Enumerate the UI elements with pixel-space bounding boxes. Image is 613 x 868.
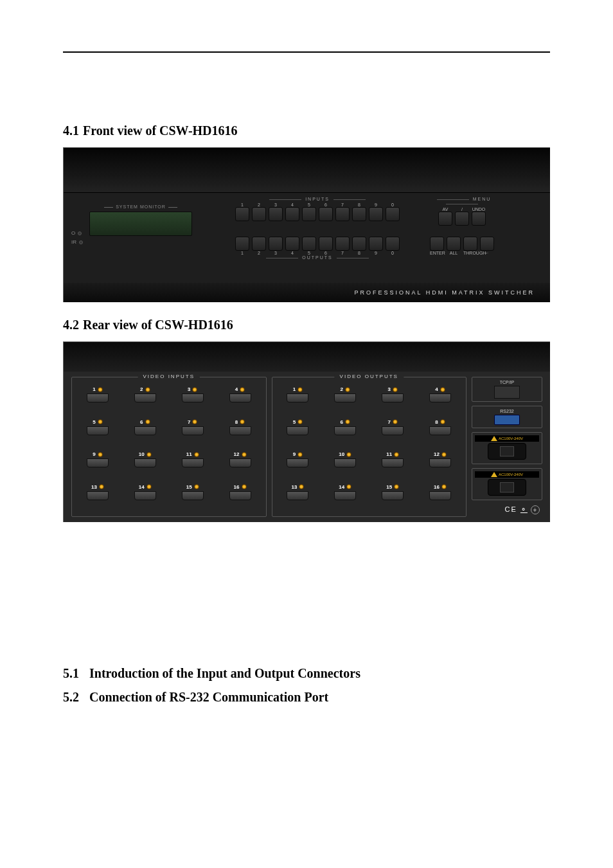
key-label: / (455, 207, 469, 212)
video-outputs-panel: VIDEO OUTPUTS 12345678910111213141516 (272, 377, 467, 517)
keypad-button[interactable] (252, 237, 266, 251)
tcpip-port-icon (494, 386, 520, 399)
front-footer-text: PROFESSIONAL HDMI MATRIX SWITCHER (64, 283, 550, 302)
port-led-icon (298, 419, 303, 424)
key-label: 5 (302, 251, 316, 255)
port-led-icon (98, 419, 103, 424)
menu-section-bottom: ENTERALLTHROUGH← (423, 237, 501, 255)
keypad-button[interactable] (447, 237, 461, 251)
keypad-button[interactable] (285, 207, 299, 221)
hdmi-port: 16 (421, 484, 459, 513)
hdmi-connector-icon (429, 491, 451, 500)
ac-plug-icon (488, 479, 526, 496)
keypad-button[interactable] (302, 237, 316, 251)
port-number: 9 (293, 451, 296, 457)
hdmi-port: 7 (373, 419, 412, 448)
keypad-button[interactable] (386, 207, 400, 221)
keypad-button[interactable] (335, 237, 350, 251)
hdmi-connector-icon (134, 458, 156, 467)
ir-label: IR (71, 239, 76, 245)
port-led-icon (240, 387, 245, 392)
rs232-port-icon (494, 415, 520, 425)
port-number: 8 (435, 419, 438, 425)
hdmi-port: 14 (126, 484, 164, 513)
outputs-label: OUTPUTS (224, 255, 411, 260)
heading-4-1-num: 4.1 (63, 123, 79, 138)
keypad-button[interactable] (269, 237, 283, 251)
port-number: 1 (93, 386, 95, 392)
keypad-button[interactable] (302, 207, 316, 221)
key-label: 7 (335, 251, 350, 255)
hdmi-port: 11 (373, 451, 412, 480)
port-led-icon (145, 419, 150, 424)
hdmi-connector-icon (429, 426, 451, 435)
keypad-button[interactable] (455, 212, 469, 226)
keypad-button[interactable] (269, 207, 283, 221)
hdmi-connector-icon (334, 458, 356, 467)
ac-label-1: AC100V-240V (499, 437, 523, 440)
keypad-button[interactable] (430, 237, 444, 251)
front-device-body: O IR SYSTEM MONITOR INPUTS 1234567890 12… (64, 193, 550, 283)
hdmi-port: 16 (221, 484, 260, 513)
keypad-button[interactable] (235, 237, 249, 251)
keypad-button[interactable] (480, 237, 494, 251)
keypad-button[interactable] (335, 207, 350, 221)
keypad-button[interactable] (386, 237, 400, 251)
inputs-num-row: 1234567890 (224, 203, 411, 207)
figure-front-view: O IR SYSTEM MONITOR INPUTS 1234567890 12… (63, 147, 550, 302)
key-label: THROUGH (463, 251, 477, 255)
port-number: 16 (434, 484, 440, 490)
hdmi-connector-icon (287, 393, 308, 402)
hdmi-connector-icon (87, 393, 109, 402)
hdmi-connector-icon (382, 393, 404, 402)
port-led-icon (242, 484, 247, 489)
port-led-icon (298, 452, 303, 457)
hdmi-port: 11 (173, 451, 212, 480)
outputs-section: 1234567890 OUTPUTS (224, 237, 411, 261)
rear-device-top (64, 342, 550, 372)
hdmi-port: 3 (373, 386, 412, 415)
keypad-button[interactable] (472, 212, 486, 226)
key-label: 0 (386, 251, 400, 255)
keypad-button[interactable] (319, 207, 333, 221)
hdmi-connector-icon (182, 426, 204, 435)
hdmi-port: 8 (221, 419, 260, 448)
port-led-icon (194, 484, 199, 489)
hdmi-connector-icon (334, 393, 356, 402)
keypad-button[interactable] (319, 237, 333, 251)
keypad-button[interactable] (352, 207, 366, 221)
heading-4-1: 4.1Front view of CSW-HD1616 (63, 123, 550, 138)
port-led-icon (440, 419, 445, 424)
hdmi-port: 10 (126, 451, 164, 480)
key-label: ALL (447, 251, 461, 255)
keypad-button[interactable] (352, 237, 366, 251)
key-label: 4 (285, 203, 299, 207)
heading-5-1: 5.1 Introduction of the Input and Output… (63, 666, 550, 681)
port-led-icon (346, 452, 351, 457)
keypad-button[interactable] (235, 207, 249, 221)
port-number: 12 (434, 451, 440, 457)
key-label: 9 (369, 203, 383, 207)
keypad-button[interactable] (285, 237, 299, 251)
hdmi-connector-icon (429, 458, 451, 467)
key-label: 6 (319, 203, 333, 207)
hdmi-connector-icon (382, 426, 404, 435)
warning-icon (491, 472, 497, 477)
ac-box-2: AC100V-240V (472, 468, 542, 500)
keypad-button[interactable] (438, 212, 452, 226)
hdmi-connector-icon (229, 426, 251, 435)
key-label: 0 (386, 203, 400, 207)
key-label: 7 (335, 203, 350, 207)
port-number: 15 (186, 484, 192, 490)
port-number: 8 (235, 419, 238, 425)
heading-4-2-title: Rear view of CSW-HD1616 (83, 318, 233, 332)
keypad-button[interactable] (252, 207, 266, 221)
key-label: 4 (285, 251, 299, 255)
keypad-button[interactable] (369, 237, 383, 251)
hdmi-port: 4 (221, 386, 260, 415)
port-number: 2 (140, 386, 143, 392)
keypad-button[interactable] (463, 237, 477, 251)
hdmi-connector-icon (182, 393, 204, 402)
keypad-button[interactable] (369, 207, 383, 221)
menu-bottom-btns (423, 237, 501, 251)
